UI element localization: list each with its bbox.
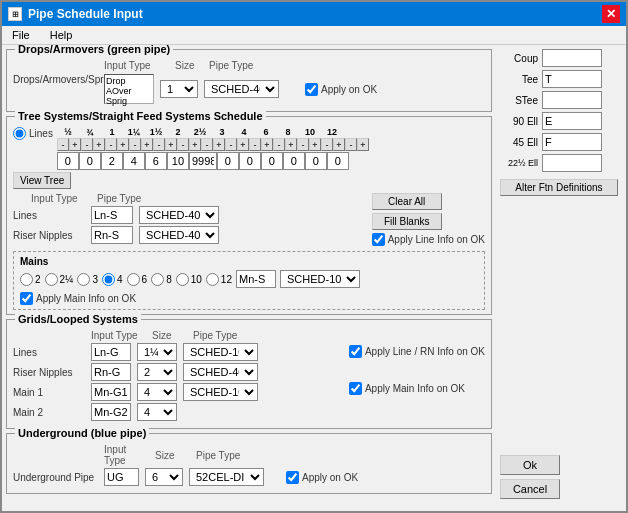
lines-input-type[interactable] [91, 206, 133, 224]
size-3-minus[interactable]: - [225, 138, 237, 151]
size-10-plus[interactable]: + [333, 138, 345, 151]
stee-input[interactable] [542, 91, 602, 109]
mains-radio-10[interactable] [176, 273, 189, 286]
close-button[interactable]: ✕ [602, 5, 620, 23]
val-6[interactable] [261, 152, 283, 170]
grids-apply-line-checkbox[interactable] [349, 345, 362, 358]
size-8-plus[interactable]: + [309, 138, 321, 151]
val-2[interactable] [167, 152, 189, 170]
grids-apply-main-checkbox[interactable] [349, 382, 362, 395]
fill-blanks-button[interactable]: Fill Blanks [372, 213, 442, 230]
size-6-plus[interactable]: + [285, 138, 297, 151]
size-10-minus[interactable]: - [321, 138, 333, 151]
mains-label-8: 8 [166, 274, 172, 285]
ug-input-type[interactable] [104, 468, 139, 486]
size-12-minus[interactable]: - [345, 138, 357, 151]
drops-pipe-type-select[interactable]: SCHED-40 [204, 80, 279, 98]
size-4-plus[interactable]: + [261, 138, 273, 151]
mains-radio-6[interactable] [127, 273, 140, 286]
tee-row: Tee [500, 70, 622, 88]
riser-input-type[interactable] [91, 226, 133, 244]
val-2h[interactable] [189, 152, 217, 170]
tee-input[interactable] [542, 70, 602, 88]
val-1[interactable] [101, 152, 123, 170]
drops-apply-checkbox[interactable] [305, 83, 318, 96]
grids-riser-pipe-type-select[interactable]: SCHED-40 [183, 363, 258, 381]
grids-main1-size-select[interactable]: 4 [137, 383, 177, 401]
grids-riser-input-type[interactable] [91, 363, 131, 381]
ok-button[interactable]: Ok [500, 455, 560, 475]
ug-apply-checkbox[interactable] [286, 471, 299, 484]
size-1-plus[interactable]: + [117, 138, 129, 151]
size-4-minus[interactable]: - [249, 138, 261, 151]
size-1h-plus[interactable]: + [165, 138, 177, 151]
size-half-minus[interactable]: - [57, 138, 69, 151]
size-3: 3 [211, 127, 233, 137]
mains-input-type[interactable] [236, 270, 276, 288]
val-half[interactable] [57, 152, 79, 170]
coup-input[interactable] [542, 49, 602, 67]
val-8[interactable] [283, 152, 305, 170]
ug-size-select[interactable]: 6 [145, 468, 183, 486]
val-3[interactable] [217, 152, 239, 170]
val-4[interactable] [239, 152, 261, 170]
ug-pipe-type-select[interactable]: 52CEL-DI [189, 468, 264, 486]
view-tree-button[interactable]: View Tree [13, 172, 71, 189]
drops-input-type-aover: AOver [106, 86, 152, 96]
90ell-input[interactable] [542, 112, 602, 130]
val-1q[interactable] [123, 152, 145, 170]
size-2-plus[interactable]: + [189, 138, 201, 151]
grids-main2-size-select[interactable]: 4 [137, 403, 177, 421]
size-3q-plus[interactable]: + [93, 138, 105, 151]
size-half-plus[interactable]: + [69, 138, 81, 151]
grids-main1-pipe-type-select[interactable]: SCHED-10 [183, 383, 258, 401]
grids-lines-input-type[interactable] [91, 343, 131, 361]
size-8-minus[interactable]: - [297, 138, 309, 151]
size-1q-minus[interactable]: - [129, 138, 141, 151]
val-10[interactable] [305, 152, 327, 170]
underground-title: Underground (blue pipe) [15, 427, 149, 439]
grids-main2-input-type[interactable] [91, 403, 131, 421]
45ell-row: 45 Ell [500, 133, 622, 151]
size-1-minus[interactable]: - [105, 138, 117, 151]
drops-input-type-header: Input Type [104, 60, 169, 71]
size-1q-plus[interactable]: + [141, 138, 153, 151]
val-12[interactable] [327, 152, 349, 170]
size-1h-minus[interactable]: - [153, 138, 165, 151]
mains-radio-8[interactable] [151, 273, 164, 286]
size-2h-minus[interactable]: - [201, 138, 213, 151]
window-icon: ⊞ [8, 7, 22, 21]
lines-radio[interactable] [13, 127, 26, 140]
grids-lines-size-select[interactable]: 1¼ [137, 343, 177, 361]
mains-radio-3[interactable] [77, 273, 90, 286]
cancel-button[interactable]: Cancel [500, 479, 560, 499]
mains-apply-checkbox[interactable] [20, 292, 33, 305]
drops-size-select[interactable]: 1 [160, 80, 198, 98]
size-12-plus[interactable]: + [357, 138, 369, 151]
mains-pipe-type-select[interactable]: SCHED-10 [280, 270, 360, 288]
riser-pipe-type-select[interactable]: SCHED-40 [139, 226, 219, 244]
mains-radio-12[interactable] [206, 273, 219, 286]
grids-lines-pipe-type-select[interactable]: SCHED-10 [183, 343, 258, 361]
size-3-plus[interactable]: + [237, 138, 249, 151]
mains-radio-2[interactable] [20, 273, 33, 286]
menu-help[interactable]: Help [46, 28, 77, 42]
lines-pipe-type-select[interactable]: SCHED-40 [139, 206, 219, 224]
mains-radio-2q[interactable] [45, 273, 58, 286]
grids-apply-line-label: Apply Line / RN Info on OK [365, 346, 485, 357]
menu-file[interactable]: File [8, 28, 34, 42]
grids-riser-size-select[interactable]: 2 [137, 363, 177, 381]
apply-line-checkbox[interactable] [372, 233, 385, 246]
grids-main1-input-type[interactable] [91, 383, 131, 401]
alter-ftn-button[interactable]: Alter Ftn Definitions [500, 179, 618, 196]
clear-all-button[interactable]: Clear All [372, 193, 442, 210]
size-6-minus[interactable]: - [273, 138, 285, 151]
mains-radio-4[interactable] [102, 273, 115, 286]
22ell-input[interactable] [542, 154, 602, 172]
size-2-minus[interactable]: - [177, 138, 189, 151]
size-3q-minus[interactable]: - [81, 138, 93, 151]
val-1h[interactable] [145, 152, 167, 170]
val-3q[interactable] [79, 152, 101, 170]
size-2h-plus[interactable]: + [213, 138, 225, 151]
45ell-input[interactable] [542, 133, 602, 151]
